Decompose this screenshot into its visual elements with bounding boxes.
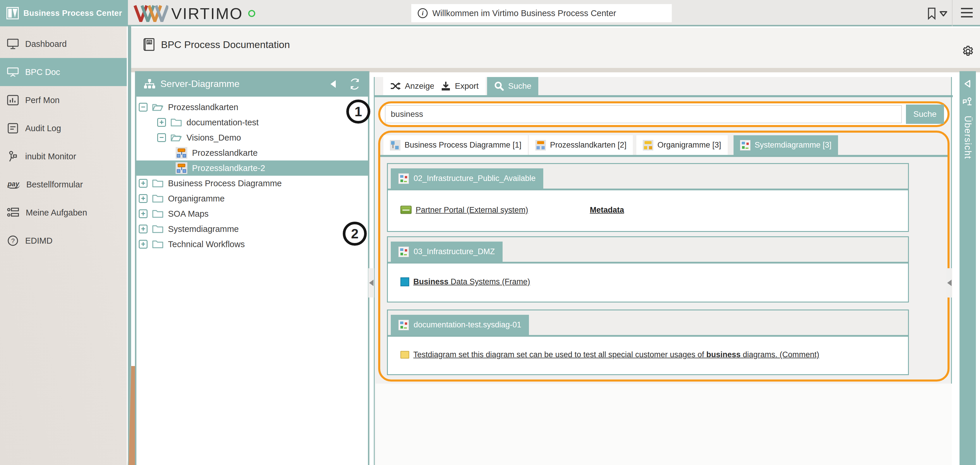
results-pane-footer-area — [375, 384, 952, 465]
sidebar-item-perf-mon[interactable]: Perf Mon — [0, 86, 127, 114]
sidebar-item-bestellformular[interactable]: pay Bestellformular — [0, 170, 127, 199]
tab-label: Anzeige — [405, 81, 434, 91]
result-item-testdiagram-comment[interactable]: Testdiagram set this diagram set can be … — [401, 350, 819, 359]
tree-panel-header: Server-Diagramme — [137, 71, 368, 97]
result-item-business-data-systems[interactable]: Business Data Systems (Frame) — [401, 277, 530, 287]
result-tab-label: Systemdiagramme [3] — [755, 140, 832, 150]
group-body: Business Data Systems (Frame) — [388, 264, 908, 300]
tab-export[interactable]: Export — [434, 77, 485, 95]
collapse-expander-icon[interactable] — [157, 133, 166, 142]
tree-row-prozesslandkarten[interactable]: Prozesslandkarten — [137, 100, 368, 115]
bar-chart-icon — [7, 95, 19, 105]
folder-icon — [171, 118, 182, 127]
tree-row-organigramme[interactable]: Organigramme — [137, 191, 368, 206]
bpd-diagram-icon — [390, 140, 401, 151]
sidebar-item-bpc-doc[interactable]: BPC Doc — [0, 58, 127, 86]
sidebar-item-dashboard[interactable]: Dashboard — [0, 30, 127, 58]
sidebar-item-audit-log[interactable]: Audit Log — [0, 114, 127, 142]
tree-row-business-process-diagramme[interactable]: Business Process Diagramme — [137, 176, 368, 191]
hamburger-menu-icon[interactable] — [961, 8, 973, 18]
overview-side-tab[interactable]: Übersicht — [959, 71, 976, 465]
group-header: 02_Infrastructure_Public_Available — [388, 164, 908, 190]
process-map-icon — [535, 140, 546, 151]
group-body: Partner Portal (External system) Metadat… — [388, 190, 908, 229]
sidebar-item-label: Audit Log — [25, 124, 61, 133]
sidebar-item-label: Dashboard — [25, 39, 67, 49]
result-group-infrastructure-dmz: 03_Infrastructure_DMZ Business Data Syst… — [387, 236, 909, 303]
overview-person-icon — [962, 97, 973, 107]
brand-title: Business Process Center — [24, 9, 122, 18]
refresh-icon[interactable] — [348, 78, 361, 91]
collapse-left-icon[interactable] — [964, 80, 972, 88]
tree-row-visions-demo[interactable]: Visions_Demo — [137, 130, 368, 145]
overview-collapse-handle[interactable] — [947, 268, 952, 298]
group-body: Testdiagram set this diagram set can be … — [388, 337, 908, 373]
bookmark-icon[interactable] — [925, 6, 939, 21]
expand-icon[interactable] — [139, 225, 148, 233]
sidebar-item-label: Meine Aufgaben — [26, 208, 87, 218]
tree-row-systemdiagramme[interactable]: Systemdiagramme — [137, 221, 368, 237]
app-brand[interactable]: Business Process Center — [0, 0, 128, 26]
result-tab-label: Organigramme [3] — [657, 140, 721, 150]
virtimo-logo: VIRTIMO — [133, 5, 255, 22]
tree-row-prozesslandkarte-2[interactable]: Prozesslandkarte-2 — [137, 161, 368, 176]
group-title-tab[interactable]: 02_Infrastructure_Public_Available — [391, 168, 543, 189]
expand-icon[interactable] — [157, 118, 166, 127]
welcome-notification: i Willkommen im Virtimo Business Process… — [411, 4, 672, 22]
group-title: 02_Infrastructure_Public_Available — [414, 174, 536, 183]
tree-row-prozesslandkarte[interactable]: Prozesslandkarte — [137, 145, 368, 161]
tabs-underline — [375, 95, 953, 97]
sidebar-item-inubit-monitor[interactable]: inubit Monitor — [0, 142, 127, 170]
result-group-documentation-test-sysdiag: documentation-test.sysdiag-01 Testdiagra… — [387, 309, 909, 375]
gear-icon[interactable] — [961, 45, 975, 58]
tab-anzeige[interactable]: Anzeige — [383, 77, 441, 95]
tree-row-label: Prozesslandkarte — [192, 148, 258, 158]
group-title-tab[interactable]: 03_Infrastructure_DMZ — [391, 242, 503, 262]
group-title-tab[interactable]: documentation-test.sysdiag-01 — [391, 315, 529, 335]
tab-suche[interactable]: Suche — [487, 77, 538, 95]
tree-collapse-handle[interactable] — [368, 268, 374, 298]
system-diagram-icon — [398, 174, 409, 184]
result-group-infrastructure-public: 02_Infrastructure_Public_Available Partn… — [387, 163, 909, 232]
bookmark-caret-down-icon[interactable] — [939, 11, 948, 17]
folder-icon — [152, 225, 163, 233]
pay-icon: pay — [7, 181, 20, 189]
expand-icon[interactable] — [139, 179, 148, 188]
search-button[interactable]: Suche — [906, 105, 944, 124]
result-item-partner-portal[interactable]: Partner Portal (External system) — [401, 205, 528, 214]
external-system-icon — [401, 206, 412, 214]
expand-icon[interactable] — [139, 240, 148, 248]
result-tab-label: Business Process Diagramme [1] — [404, 140, 521, 150]
result-tab-organigramme[interactable]: Organigramme [3] — [636, 135, 728, 155]
virtimo-wave-icon — [133, 5, 168, 22]
collapse-expander-icon[interactable] — [139, 103, 148, 111]
sidebar-item-meine-aufgaben[interactable]: Meine Aufgaben — [0, 199, 127, 227]
tree-row-documentation-test[interactable]: documentation-test — [137, 115, 368, 130]
welcome-text: Willkommen im Virtimo Business Process C… — [432, 8, 616, 18]
bpc-logo-icon — [6, 7, 19, 19]
expand-icon[interactable] — [139, 194, 148, 203]
sidebar-item-edimd[interactable]: ? EDIMD — [0, 227, 127, 255]
sidebar-item-label: EDIMD — [25, 236, 52, 246]
tasks-icon — [7, 207, 19, 218]
group-title: documentation-test.sysdiag-01 — [414, 320, 521, 330]
annotation-circle-2: 2 — [343, 222, 367, 246]
tree-row-technical-workflows[interactable]: Technical Workflows — [137, 237, 368, 252]
result-tab-systemdiagramme[interactable]: Systemdiagramme [3] — [733, 135, 838, 155]
monitor-icon — [7, 39, 19, 49]
server-diagramme-panel: Server-Diagramme Prozesslandkarten docum… — [135, 71, 369, 465]
result-tab-business-process-diagramme[interactable]: Business Process Diagramme [1] — [383, 135, 528, 155]
expand-icon[interactable] — [139, 209, 148, 218]
frame-icon — [401, 277, 409, 286]
group-title: 03_Infrastructure_DMZ — [414, 247, 495, 256]
tree-row-label: Systemdiagramme — [168, 224, 239, 234]
result-tabs-underline — [380, 155, 948, 157]
tree-row-label: Visions_Demo — [186, 133, 241, 143]
process-map-icon — [176, 147, 187, 159]
result-tab-prozesslandkarten[interactable]: Prozesslandkarten [2] — [529, 135, 633, 155]
search-input[interactable] — [385, 105, 902, 123]
collapse-left-icon[interactable] — [331, 80, 336, 88]
metadata-link[interactable]: Metadata — [590, 205, 624, 214]
tree-row-label: Prozesslandkarten — [168, 102, 238, 112]
tree-row-soa-maps[interactable]: SOA Maps — [137, 206, 368, 221]
